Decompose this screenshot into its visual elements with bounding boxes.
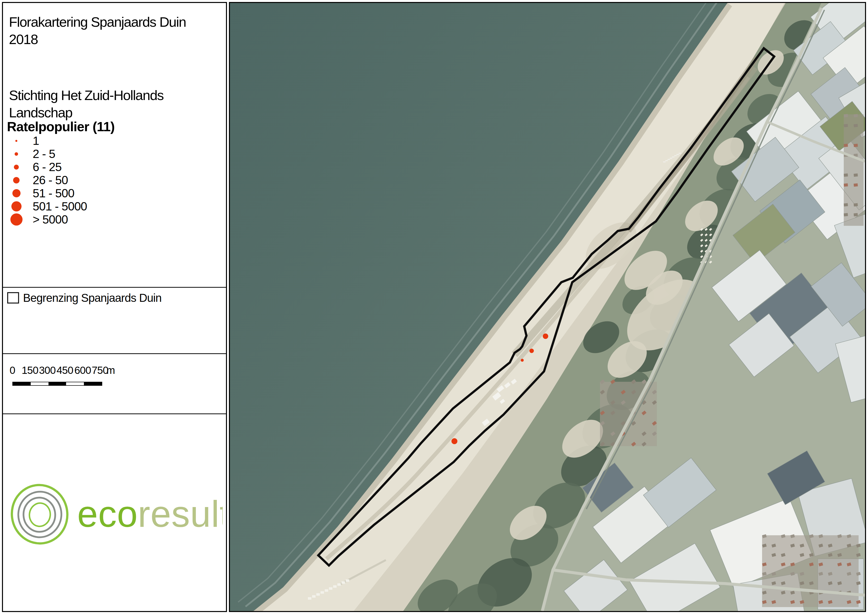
legend-class-row: 2 - 5: [7, 147, 180, 160]
legend-dot-icon: [7, 177, 26, 183]
legend-class-row: 51 - 500: [7, 187, 180, 200]
legend-dot-icon: [7, 189, 26, 197]
legend-dot-icon: [7, 213, 26, 226]
legend-dot-icon: [7, 152, 26, 156]
scalebar-segment: [84, 382, 102, 385]
legend-class-label: 6 - 25: [33, 160, 62, 174]
scalebar: 0150300450600750 m: [3, 364, 132, 394]
boundary-legend-label: Begrenzing Spanjaards Duin: [23, 291, 162, 304]
scalebar-segment: [31, 382, 48, 385]
scalebar-unit-label: m: [107, 364, 115, 376]
page-root: Florakartering Spanjaards Duin 2018 Stic…: [0, 0, 868, 614]
legend-title: Ratelpopulier (11): [7, 119, 195, 134]
scalebar-tick-label: 150: [22, 364, 38, 376]
legend-class-row: 6 - 25: [7, 160, 180, 174]
legend-class-label: 26 - 50: [33, 173, 68, 187]
scalebar-segment: [66, 382, 84, 385]
legend-class-label: > 5000: [33, 213, 68, 226]
map-frame: [229, 2, 866, 612]
panel-divider: [3, 353, 226, 354]
legend-class-label: 2 - 5: [33, 147, 55, 161]
organization-line1: Stichting Het Zuid-Hollands: [9, 87, 217, 104]
legend-class-row: 26 - 50: [7, 174, 180, 187]
boundary-swatch-icon: [7, 292, 19, 304]
organization-name: Stichting Het Zuid-Hollands Landschap: [9, 87, 217, 121]
scalebar-tick-label: 300: [39, 364, 56, 376]
scalebar-tick-label: 750: [91, 364, 108, 376]
map-legend-panel: Florakartering Spanjaards Duin 2018 Stic…: [2, 2, 227, 612]
logo-word-result: result: [138, 493, 223, 535]
scalebar-segment: [48, 382, 66, 385]
panel-divider: [3, 287, 226, 288]
scalebar-bar: [12, 382, 102, 386]
svg-text:ecoresult: ecoresult: [77, 493, 223, 535]
map-title-line2: 2018: [9, 31, 217, 48]
map-title: Florakartering Spanjaards Duin 2018: [9, 13, 217, 48]
ratelpopulier-observation-dot: [543, 333, 548, 339]
aerial-map-canvas: [230, 3, 865, 611]
legend-dot-icon: [7, 164, 26, 170]
legend-class-row: 501 - 5000: [7, 200, 180, 213]
legend-class-row: > 5000: [7, 213, 180, 226]
boundary-legend-row: Begrenzing Spanjaards Duin: [7, 291, 162, 304]
scalebar-tick-label: 450: [56, 364, 73, 376]
legend-class-list: 12 - 56 - 2526 - 5051 - 500501 - 5000> 5…: [7, 134, 180, 226]
legend-dot-icon: [7, 140, 26, 142]
ratelpopulier-observation-dot: [521, 359, 524, 362]
legend-class-label: 501 - 5000: [33, 200, 87, 213]
legend-class-row: 1: [7, 134, 180, 147]
scalebar-tick-label: 0: [10, 364, 15, 376]
scalebar-segment: [13, 382, 31, 385]
ecoresult-logo: ecoresult: [5, 478, 223, 553]
legend-class-label: 1: [33, 134, 39, 147]
legend-dot-icon: [7, 201, 26, 211]
map-title-line1: Florakartering Spanjaards Duin: [9, 13, 217, 31]
ratelpopulier-observation-dot: [529, 349, 534, 353]
panel-divider: [3, 414, 226, 414]
scalebar-tick-label: 600: [74, 364, 91, 376]
logo-rings-icon: [8, 482, 71, 547]
logo-word-eco: eco: [77, 493, 138, 535]
ratelpopulier-observation-dot: [451, 438, 457, 444]
legend-class-label: 51 - 500: [33, 186, 74, 200]
